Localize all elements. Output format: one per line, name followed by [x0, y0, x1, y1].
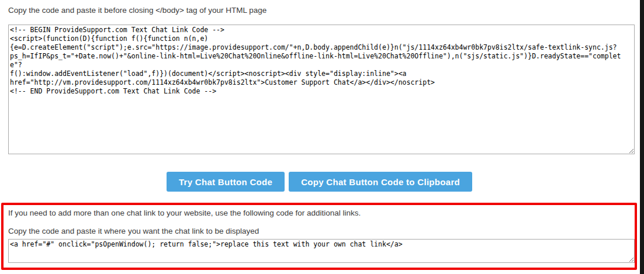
button-row: Try Chat Button Code Copy Chat Button Co… — [0, 172, 639, 192]
additional-chat-link-code-textarea[interactable]: <a href="#" onclick="psOpenWindow(); ret… — [8, 239, 635, 263]
chat-link-code-textarea[interactable]: <!-- BEGIN ProvideSupport.com Text Chat … — [8, 25, 635, 154]
paste-location-instruction: Copy the code and paste it where you wan… — [8, 226, 259, 237]
try-chat-button-code-button[interactable]: Try Chat Button Code — [167, 172, 285, 192]
copy-chat-button-code-to-clipboard-button[interactable]: Copy Chat Button Code to Clipboard — [289, 172, 472, 192]
main-code-instruction: Copy the code and paste it before closin… — [8, 5, 266, 16]
additional-links-instruction: If you need to add more than one chat li… — [8, 208, 361, 218]
additional-links-section: If you need to add more than one chat li… — [1, 203, 637, 270]
chat-link-code-page: Copy the code and paste it before closin… — [0, 0, 644, 274]
window-edge-strip — [640, 0, 644, 274]
